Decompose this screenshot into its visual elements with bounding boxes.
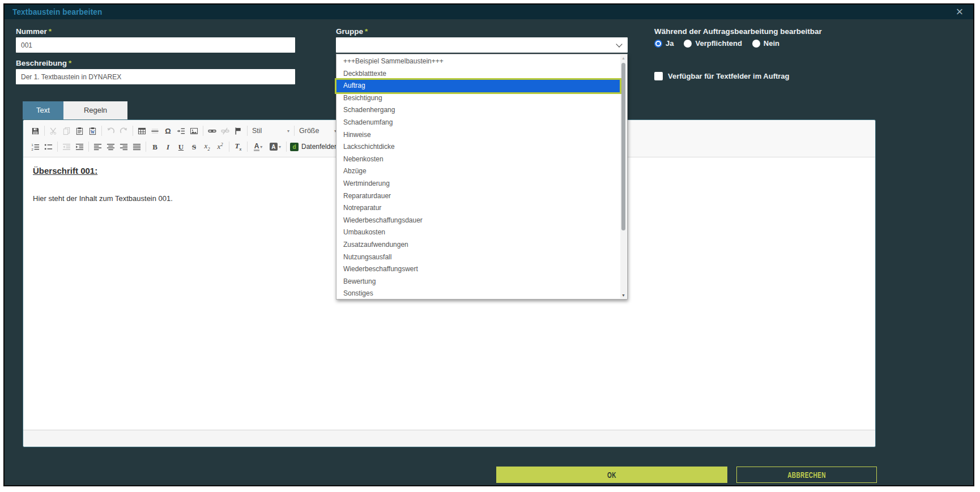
paste-from-word-icon: W (88, 127, 97, 135)
editor-status-bar (23, 430, 875, 447)
dropdown-option-10[interactable]: Abzüge (336, 165, 620, 178)
close-button[interactable]: × (953, 5, 966, 19)
radio-unselected-icon (752, 40, 760, 48)
scroll-down-icon[interactable]: ▼ (620, 293, 627, 297)
dropdown-option-9[interactable]: Nebenkosten (336, 153, 620, 166)
radio-option-verpflichtend[interactable]: Verpflichtend (684, 39, 742, 48)
dropdown-option-19[interactable]: Bewertung (336, 276, 620, 288)
image-button[interactable] (188, 124, 201, 138)
link-button[interactable] (206, 124, 219, 138)
dropdown-option-1[interactable]: +++Beispiel Sammelbaustein+++ (336, 55, 620, 68)
tab-regeln[interactable]: Regeln (63, 101, 127, 119)
align-left-icon (93, 143, 102, 151)
cancel-button[interactable]: ABBRECHEN (736, 467, 877, 483)
dropdown-option-3[interactable]: Auftrag (336, 80, 620, 92)
dropdown-option-14[interactable]: Wiederbeschaffungsdauer (336, 215, 620, 227)
align-center-button[interactable] (104, 140, 117, 153)
numbered-list-button[interactable]: 12 (29, 140, 42, 153)
page-break-button[interactable] (174, 124, 188, 138)
toolbar-separator (101, 126, 102, 136)
dropdown-option-5[interactable]: Schadenhergang (336, 104, 620, 117)
combo-label: Stil (252, 127, 262, 135)
radio-unselected-icon (684, 40, 692, 48)
beschreibung-input[interactable] (16, 69, 295, 84)
size-combo[interactable]: Größe▾ (299, 127, 336, 135)
radio-option-ja[interactable]: Ja (654, 39, 674, 48)
screenshot-stage: Textbaustein bearbeiten × Nummer* Beschr… (0, 0, 980, 492)
copy-button[interactable] (60, 124, 73, 138)
dropdown-option-6[interactable]: Schadenumfang (336, 117, 620, 129)
tab-text[interactable]: Text (23, 101, 63, 119)
dropdown-option-11[interactable]: Wertminderung (336, 178, 620, 190)
chevron-down-icon: ▾ (279, 144, 281, 149)
cut-button[interactable] (47, 124, 60, 138)
bold-button[interactable]: B (148, 140, 161, 153)
dropdown-option-13[interactable]: Notreparatur (336, 202, 620, 215)
text-color-button[interactable]: A▾ (250, 140, 267, 153)
dialog-titlebar: Textbaustein bearbeiten × (5, 5, 973, 19)
align-justify-icon (133, 143, 141, 151)
outdent-button[interactable] (60, 140, 73, 153)
bearbeitbar-radio-group: JaVerpflichtendNein (654, 39, 779, 48)
indent-icon (75, 143, 84, 151)
toolbar-separator (229, 142, 229, 152)
datafields-button[interactable]: dDatenfelder (290, 143, 336, 151)
align-left-button[interactable] (91, 140, 104, 153)
style-combo[interactable]: Stil▾ (252, 127, 289, 135)
table-button[interactable] (135, 124, 148, 138)
gruppe-label: Gruppe* (336, 27, 368, 36)
dropdown-option-17[interactable]: Nutzungsausfall (336, 251, 620, 264)
remove-format-button[interactable]: Tx (232, 140, 245, 153)
redo-button[interactable] (117, 124, 130, 138)
align-right-button[interactable] (117, 140, 130, 153)
special-character-button[interactable]: Ω (161, 124, 174, 138)
dropdown-option-8[interactable]: Lackschichtdicke (336, 141, 620, 153)
horizontal-line-button[interactable] (148, 124, 161, 138)
superscript-button[interactable]: x2 (214, 140, 227, 153)
toolbar-separator (247, 126, 248, 136)
underline-button[interactable]: U (174, 140, 188, 153)
italic-button[interactable]: I (161, 140, 174, 153)
unlink-button[interactable] (219, 124, 232, 138)
dialog-textbaustein-bearbeiten: Textbaustein bearbeiten × Nummer* Beschr… (3, 3, 974, 486)
radio-label: Nein (764, 39, 779, 48)
subscript-button[interactable]: x2 (201, 140, 214, 153)
close-icon: × (956, 5, 964, 19)
undo-button[interactable] (104, 124, 117, 138)
svg-text:2: 2 (31, 147, 33, 151)
subscript-icon: x2 (204, 142, 210, 152)
unlink-icon (221, 127, 229, 135)
scrollbar-thumb[interactable] (621, 63, 625, 230)
datafields-label: Datenfelder (301, 143, 336, 151)
scroll-up-icon[interactable]: ▲ (620, 56, 627, 60)
dropdown-option-20[interactable]: Sonstiges (336, 288, 620, 300)
nummer-input[interactable] (16, 37, 295, 53)
strikethrough-button[interactable]: S (188, 140, 201, 153)
bulleted-list-icon (44, 143, 53, 151)
dropdown-option-7[interactable]: Hinweise (336, 129, 620, 142)
dropdown-option-2[interactable]: Deckblatttexte (336, 68, 620, 80)
horizontal-line-icon (151, 127, 159, 135)
dropdown-option-15[interactable]: Umbaukosten (336, 226, 620, 239)
align-justify-button[interactable] (130, 140, 143, 153)
combo-label: Größe (299, 127, 319, 135)
paste-from-word-button[interactable]: W (86, 124, 99, 138)
indent-button[interactable] (73, 140, 86, 153)
dropdown-option-12[interactable]: Reparaturdauer (336, 190, 620, 203)
radio-option-nein[interactable]: Nein (752, 39, 779, 48)
anchor-flag-button[interactable] (232, 124, 245, 138)
save-button[interactable] (29, 124, 42, 138)
background-color-button[interactable]: A▾ (267, 140, 284, 153)
dropdown-option-16[interactable]: Zusatzaufwendungen (336, 239, 620, 251)
required-asterisk: * (69, 59, 71, 67)
paste-button[interactable] (73, 124, 86, 138)
anchor-flag-icon (234, 127, 242, 135)
dropdown-option-4[interactable]: Besichtigung (336, 92, 620, 105)
gruppe-select[interactable] (336, 37, 628, 53)
ok-button[interactable]: OK (496, 467, 727, 483)
dropdown-scrollbar[interactable]: ▲ ▼ (620, 55, 627, 298)
verfuegbar-checkbox[interactable] (654, 72, 663, 80)
editor-tabs: Text Regeln (23, 101, 127, 119)
bulleted-list-button[interactable] (42, 140, 55, 153)
dropdown-option-18[interactable]: Wiederbeschaffungswert (336, 263, 620, 276)
